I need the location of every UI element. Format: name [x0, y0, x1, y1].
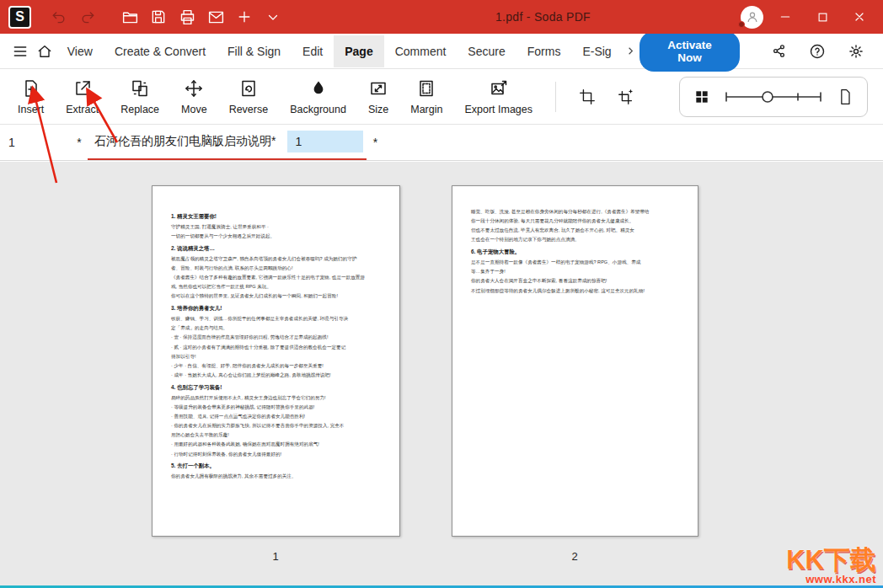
open-file-button[interactable] — [115, 3, 144, 30]
tool-label: Background — [290, 104, 346, 115]
page-paragraph: 等…集齐于一身! — [471, 268, 679, 275]
background-drop-icon — [308, 78, 329, 99]
page-number-field[interactable]: 1 — [287, 131, 363, 152]
reverse-page-button[interactable]: Reverse — [218, 69, 280, 124]
page-paragraph: · 你的勇者女儿在后期的实力膨胀飞快, 所以记得不要吝啬你手中的资源投入, 完全… — [171, 422, 381, 430]
maximize-icon — [816, 11, 829, 24]
reverse-page-icon — [238, 78, 259, 99]
page-paragraph: 睡觉、吃饭、洗澡, 甚至是赖在你身旁休闲的每分每秒都在进行,《勇者酱生》希望带给 — [471, 208, 679, 216]
settings-button[interactable] — [841, 36, 871, 67]
tool-label: Move — [181, 104, 207, 115]
page-paragraph: · 成年 · 当她长大成人, 真心会让你们踏上梦想的巅峰之路, 勇敢地挑战传说吧… — [171, 372, 381, 379]
single-page-view-button[interactable] — [837, 87, 854, 107]
tool-label: Extract — [66, 104, 99, 115]
share-button[interactable] — [763, 36, 794, 67]
margin-button[interactable]: Margin — [399, 69, 453, 124]
home-button[interactable] — [32, 36, 56, 67]
print-button[interactable] — [173, 3, 201, 30]
main-menu-button[interactable] — [8, 36, 32, 67]
pdf-page-2[interactable]: 睡觉、吃饭、洗澡, 甚至是赖在你身旁休闲的每分每秒都在进行,《勇者酱生》希望带给… — [452, 185, 698, 537]
menu-scroll-right-button[interactable] — [623, 39, 640, 64]
tab-page[interactable]: Page — [334, 35, 383, 67]
insert-page-button[interactable]: Insert — [7, 69, 55, 124]
replace-page-button[interactable]: Replace — [110, 69, 170, 124]
mail-icon — [207, 8, 225, 26]
toolbar-divider — [555, 82, 556, 112]
extract-page-button[interactable]: Extract — [55, 69, 110, 124]
page-2-number: 2 — [558, 550, 591, 563]
view-zoom-controls — [679, 77, 868, 117]
window-title: 1.pdf - Soda PDF — [495, 10, 591, 24]
maximize-button[interactable] — [807, 3, 838, 30]
minimize-button[interactable] — [770, 3, 800, 30]
soda-pdf-logo: S — [8, 6, 31, 29]
single-page-icon — [837, 87, 854, 107]
tool-label: Size — [368, 104, 388, 115]
tab-view[interactable]: View — [56, 35, 104, 67]
background-button[interactable]: Background — [279, 69, 357, 124]
page-1-text: 1. 精灵女王需要你!守护精灵王国, 打退魔族骑士, 让世界重获和平 ·一切的一… — [171, 213, 381, 480]
tab-forms[interactable]: Forms — [516, 35, 572, 67]
size-icon — [368, 78, 388, 99]
tab-edit[interactable]: Edit — [292, 35, 334, 67]
activate-now-button[interactable]: Activate Now — [640, 31, 740, 72]
tool-label: Export Images — [464, 104, 532, 115]
page-paragraph: 用担心她会失去平衡的乐趣! — [171, 431, 381, 439]
page-paragraph: 但也不要太过放任自流, 毕竟人有悲欢离合, 玩久了她会不开心的, 对吧。精灵女 — [471, 227, 679, 234]
quick-access-expand-button[interactable] — [259, 3, 287, 30]
tab-create-convert[interactable]: Create & Convert — [104, 35, 217, 67]
page-paragraph: · 等级提升的装备会带来更多的神秘挑战, 记得随时替换你手里的武器! — [171, 404, 381, 411]
pdf-page-1[interactable]: 1. 精灵女王需要你!守护精灵王国, 打退魔族骑士, 让世界重获和平 ·一切的一… — [152, 185, 400, 537]
document-tab-title: 石河伦吾的朋友们电脑版启动说明* — [91, 134, 279, 149]
save-button[interactable] — [144, 3, 173, 30]
crop-page-button[interactable] — [568, 78, 607, 116]
tab-esign[interactable]: E-Sig — [571, 35, 622, 67]
doc-index-field[interactable]: 1 — [8, 136, 71, 149]
thumbnail-view-button[interactable] — [693, 88, 710, 105]
tab-fill-sign[interactable]: Fill & Sign — [217, 35, 292, 67]
help-button[interactable] — [802, 36, 832, 67]
page-paragraph: 者、冒险、时装与行动的点滴, 联系的尽头是两颗跳动的心! — [171, 265, 381, 272]
gear-icon — [848, 43, 864, 60]
page-2-text: 睡觉、吃饭、洗澡, 甚至是赖在你身旁休闲的每分每秒都在进行,《勇者酱生》希望带给… — [471, 208, 679, 294]
tool-label: Insert — [18, 104, 44, 115]
size-button[interactable]: Size — [357, 69, 399, 124]
page-paragraph: 一切的一切都要从与一个少女相遇之后开始说起。 — [171, 233, 381, 240]
page-paragraph: 不过别埋怨那些等待的勇者女儿偶尔会躲进上厕所般的小秘密, 这可是全次元的礼物! — [471, 287, 679, 295]
move-page-button[interactable]: Move — [170, 69, 218, 124]
page-paragraph: 定「养成」的走向与结局。 — [171, 324, 381, 332]
unsaved-indicator: * — [367, 136, 383, 149]
share-icon — [771, 43, 787, 59]
menubar-right-icons — [763, 36, 871, 67]
email-button[interactable] — [201, 3, 230, 30]
page-1-number: 1 — [259, 550, 292, 563]
export-images-icon — [489, 78, 509, 99]
page-paragraph: 你的勇者大人会在揭开盲盒之中不断探索, 看看这款养成的惊喜吧! — [471, 277, 679, 285]
export-images-button[interactable]: Export Images — [453, 69, 543, 124]
page-paragraph: · 善用技能、道具, 记得一点点运气也决定你的勇者女儿能否胜利! — [171, 413, 381, 420]
zoom-slider[interactable] — [724, 88, 823, 106]
redo-icon — [79, 8, 96, 25]
document-canvas[interactable]: 1. 精灵女王需要你!守护精灵王国, 打退魔族骑士, 让世界重获和平 ·一切的一… — [0, 162, 883, 588]
margin-icon — [416, 78, 436, 99]
tool-label: Reverse — [229, 104, 269, 115]
auto-crop-icon — [617, 88, 635, 106]
page-paragraph: · 行动时记得时刻保养装备, 你的勇者女儿值得最好的! — [171, 451, 381, 458]
page-paragraph: 被恶魔占领的精灵之塔守卫森严, 独自杀向塔顶的勇者女儿们会被吞噬吗? 成为她们的… — [171, 255, 381, 263]
document-tab[interactable]: 石河伦吾的朋友们电脑版启动说明* 1 — [88, 125, 367, 160]
undo-button[interactable] — [45, 3, 73, 30]
page-heading: 2. 说说精灵之塔… — [171, 245, 381, 253]
titlebar: S 1.pdf - Soda PDF — [0, 0, 883, 34]
close-icon — [853, 10, 866, 24]
notification-dot — [738, 21, 745, 28]
tab-comment[interactable]: Comment — [384, 35, 458, 67]
close-button[interactable] — [844, 3, 875, 30]
redo-button[interactable] — [73, 3, 102, 30]
add-button[interactable] — [230, 3, 259, 30]
page-heading: 4. 也别忘了学习装备! — [171, 384, 381, 392]
tool-label: Margin — [410, 104, 442, 115]
auto-crop-button[interactable] — [607, 78, 645, 116]
user-account-button[interactable] — [741, 6, 763, 29]
tab-secure[interactable]: Secure — [457, 35, 516, 67]
plus-icon — [236, 8, 253, 25]
